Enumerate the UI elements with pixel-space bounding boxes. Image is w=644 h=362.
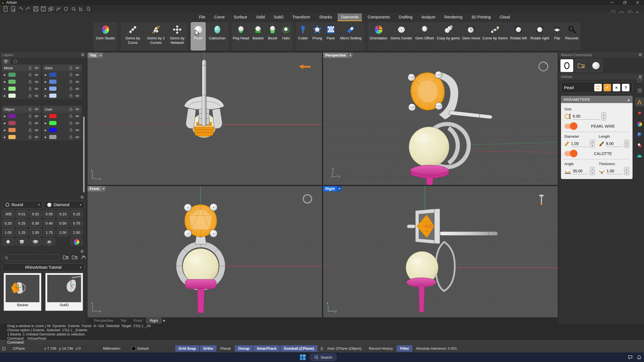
layer-color-swatch[interactable] [8, 135, 16, 139]
viewport-perspective[interactable]: Perspective▾ [323, 53, 558, 185]
lock-icon[interactable] [69, 128, 72, 132]
lock-icon[interactable] [69, 73, 72, 77]
viewport-perspective-menu-caret[interactable]: ▾ [348, 53, 352, 58]
menu-rendering[interactable]: Rendering [441, 13, 466, 21]
lock-icon[interactable] [29, 114, 32, 118]
toggle-filter[interactable]: Filter [397, 345, 412, 352]
ribbon-button-bezel[interactable]: Bezel [266, 22, 279, 51]
command-cancel-button[interactable]: × [613, 84, 620, 91]
viewport-right[interactable]: Right▾ [323, 186, 558, 317]
layer-row[interactable]: ▶ [2, 71, 41, 78]
layer-color-swatch[interactable] [49, 80, 56, 84]
size-button[interactable]: 0.05 [43, 210, 55, 218]
layer-row[interactable]: ▶ [2, 113, 41, 120]
layer-color-swatch[interactable] [49, 87, 56, 91]
eye-icon[interactable] [34, 80, 39, 83]
lock-icon[interactable] [29, 108, 32, 111]
ribbon-button-basket[interactable]: Basket [250, 22, 266, 51]
thickness-spinner[interactable]: ▲▼ [624, 167, 629, 175]
menu-3d-printing[interactable]: 3D Printing [468, 13, 494, 21]
taskbar-search[interactable]: Search [310, 353, 337, 361]
start-button[interactable] [300, 354, 306, 360]
size-button[interactable]: 0.50 [57, 220, 69, 227]
layer-play-icon[interactable]: ▶ [45, 80, 48, 83]
layer-play-icon[interactable]: ▶ [4, 73, 7, 76]
tab-gem-circle[interactable] [636, 76, 643, 84]
layer-play-icon[interactable]: ▶ [45, 122, 48, 125]
eye-icon[interactable] [34, 94, 39, 97]
patch-tool-icon[interactable] [63, 6, 69, 12]
lock-icon[interactable] [69, 135, 72, 139]
layer-row[interactable]: ▶ [42, 92, 82, 99]
layer-play-icon[interactable]: ▶ [45, 136, 48, 139]
calotte-toggle[interactable] [564, 151, 577, 156]
minimize-button[interactable] [605, 0, 618, 5]
lock-icon[interactable] [29, 128, 32, 132]
viewport-perspective-label[interactable]: Perspective [323, 53, 348, 58]
layer-color-swatch[interactable] [8, 87, 16, 91]
eye-icon[interactable] [75, 108, 79, 111]
toggle-ortho[interactable]: Ortho [200, 345, 216, 352]
layer-play-icon[interactable]: ▶ [45, 129, 48, 132]
viewport-right-label[interactable]: Right [323, 186, 337, 191]
tab-capsule[interactable] [636, 142, 643, 149]
tab-artisan[interactable] [635, 97, 644, 106]
toggle-grid-snap[interactable]: Grid Snap [175, 345, 199, 352]
pearl-wire-toggle[interactable] [564, 124, 577, 129]
chat-icon[interactable] [628, 355, 633, 359]
lock-icon[interactable] [69, 80, 72, 84]
setting-style-basket-button[interactable] [29, 238, 42, 246]
menu-diamonds[interactable]: Diamonds [338, 13, 362, 21]
eye-icon[interactable] [75, 94, 79, 97]
layer-play-icon[interactable]: ▶ [45, 73, 48, 76]
toggle-auto-cplane[interactable]: Auto CPlane (Object) [324, 345, 365, 352]
layer-row[interactable]: ▶ [42, 85, 82, 92]
layer-row[interactable]: ▶ [2, 78, 41, 85]
recent-commands-gear-icon[interactable]: ⚙ [638, 53, 642, 57]
library-item-subd[interactable]: SubD [45, 273, 83, 311]
tab-top[interactable]: Top [118, 318, 129, 323]
angle-spinner[interactable]: ▲▼ [590, 167, 595, 175]
ribbon-button-gem-studio[interactable]: Gem Studio [93, 22, 117, 51]
redo-icon[interactable] [25, 6, 32, 12]
layers-scrollbar[interactable] [83, 116, 85, 192]
share-hand-icon[interactable] [81, 255, 86, 260]
layer-row[interactable]: ▶ [42, 134, 82, 140]
gem-color-wheel-button[interactable] [70, 238, 83, 246]
ribbon-button-curve-by-gems[interactable]: Curve by Gems [482, 22, 508, 51]
eye-icon[interactable] [75, 129, 79, 132]
gem-cut-select[interactable]: Diamond ▾ [44, 201, 84, 209]
menu-surface[interactable]: Surface [230, 13, 250, 21]
layer-play-icon[interactable]: ▶ [4, 87, 7, 90]
layer-color-swatch[interactable] [8, 128, 16, 132]
export-icon[interactable] [48, 6, 54, 12]
size-button[interactable]: 1.00 [2, 229, 14, 236]
tab-right[interactable]: Right [146, 318, 161, 323]
ribbon-button-recover[interactable]: Recover [563, 22, 581, 51]
ribbon-button-gem-offset[interactable]: Gem Offset [413, 22, 436, 51]
layer-row[interactable]: ▶ [2, 134, 41, 140]
toggle-smarttrack[interactable]: SmartTrack [253, 345, 280, 352]
eye-icon[interactable] [34, 129, 39, 132]
recent-command-open-library[interactable] [575, 59, 588, 72]
viewport-front[interactable]: Front▾ [87, 186, 322, 317]
layer-row[interactable]: ▶ [42, 127, 82, 134]
layer-color-swatch[interactable] [8, 114, 16, 118]
eye-icon[interactable] [75, 80, 79, 83]
length-input[interactable]: 8.00 [606, 141, 622, 147]
add-viewport-tab[interactable]: + [163, 318, 165, 323]
ribbon-button-gems-center[interactable]: Gems Center [389, 22, 413, 51]
setting-style-halo-button[interactable] [43, 238, 55, 246]
ribbon-button-cabochon[interactable]: Cabochon [206, 22, 229, 51]
command-confirm-button[interactable]: ✓ [603, 84, 611, 91]
lock-icon[interactable] [29, 66, 32, 70]
eye-icon[interactable] [75, 73, 79, 76]
layer-play-icon[interactable]: ▶ [4, 136, 7, 139]
layer-row[interactable]: ▶ [2, 120, 41, 127]
size-button[interactable]: .005 [2, 210, 14, 218]
layer-color-swatch[interactable] [8, 121, 16, 125]
layer-color-swatch[interactable] [49, 135, 56, 139]
ribbon-button-gems-by-curve[interactable]: Gems by Curve [120, 22, 145, 51]
eye-icon[interactable] [75, 122, 79, 125]
eye-icon[interactable] [75, 66, 79, 69]
